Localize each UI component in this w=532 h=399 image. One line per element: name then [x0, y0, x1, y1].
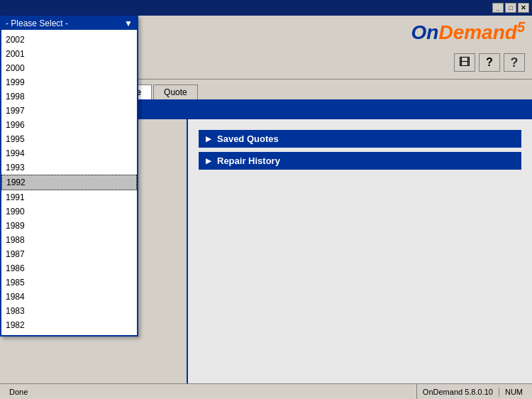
dropdown-item-1992[interactable]: 1992	[1, 175, 137, 190]
repair-history-label: Repair History	[217, 155, 280, 166]
help-question-button[interactable]: ?	[479, 53, 500, 72]
title-bar: _ □ ✕	[0, 0, 532, 16]
saved-quotes-label: Saved Quotes	[217, 133, 279, 144]
title-bar-text	[3, 4, 5, 12]
dropdown-item-1985[interactable]: 1985	[1, 275, 137, 290]
help2-icon: ?	[511, 55, 519, 70]
dropdown-item-1991[interactable]: 1991	[1, 190, 137, 204]
dropdown-item-1997[interactable]: 1997	[1, 104, 137, 118]
tab-quote[interactable]: Quote	[153, 84, 198, 99]
dropdown-item-1989[interactable]: 1989	[1, 219, 137, 233]
dropdown-header-label: - Please Select -	[6, 18, 68, 28]
status-done-text: Done	[9, 388, 28, 396]
toolbar-icons: 🎞 ? ?	[454, 53, 525, 72]
dropdown-item-1998[interactable]: 1998	[1, 89, 137, 104]
saved-quotes-arrow: ▶	[206, 135, 211, 143]
minimize-button[interactable]: _	[492, 3, 504, 13]
status-version-text: OnDemand 5.8.0.10	[423, 388, 493, 396]
logo-area: OnDemand5	[411, 19, 525, 44]
status-right: OnDemand 5.8.0.10 NUM	[417, 388, 528, 396]
dropdown-item-1986[interactable]: 1986	[1, 261, 137, 275]
status-done: Done	[4, 384, 417, 399]
dropdown-item-1990[interactable]: 1990	[1, 204, 137, 219]
dropdown-header: - Please Select - ▼	[1, 17, 137, 30]
dropdown-item-1983[interactable]: 1983	[1, 304, 137, 318]
dropdown-item-2002[interactable]: 2002	[1, 33, 137, 47]
dropdown-header-arrow: ▼	[124, 18, 133, 28]
status-num: NUM	[499, 388, 528, 396]
year-dropdown[interactable]: - Please Select - ▼ 20092008200720062005…	[0, 16, 138, 337]
help2-button[interactable]: ?	[504, 53, 525, 72]
dropdown-item-1987[interactable]: 1987	[1, 247, 137, 261]
repair-history-arrow: ▶	[206, 157, 211, 165]
dropdown-item-1984[interactable]: 1984	[1, 290, 137, 304]
dropdown-item-1996[interactable]: 1996	[1, 118, 137, 132]
saved-quotes-header[interactable]: ▶ Saved Quotes	[199, 130, 521, 148]
close-button[interactable]: ✕	[518, 3, 529, 13]
dropdown-item-2000[interactable]: 2000	[1, 61, 137, 75]
dropdown-item-1982[interactable]: 1982	[1, 318, 137, 332]
help-icon: ?	[486, 56, 493, 69]
title-bar-buttons: _ □ ✕	[492, 3, 529, 13]
dropdown-item-1981[interactable]: 1981	[1, 332, 137, 335]
dropdown-scroll-area[interactable]: 2009200820072006200520042003200220012000…	[1, 30, 137, 335]
dropdown-item-1999[interactable]: 1999	[1, 75, 137, 89]
film-icon-button[interactable]: 🎞	[454, 53, 475, 72]
accordion-saved-quotes: ▶ Saved Quotes	[199, 130, 521, 148]
film-icon: 🎞	[459, 56, 470, 69]
repair-history-header[interactable]: ▶ Repair History	[199, 152, 521, 170]
right-content: ▶ Saved Quotes ▶ Repair History	[188, 119, 532, 383]
accordion-repair-history: ▶ Repair History	[199, 152, 521, 170]
dropdown-item-2001[interactable]: 2001	[1, 47, 137, 61]
dropdown-item-1988[interactable]: 1988	[1, 233, 137, 247]
main-window: OnDemand5 🎞 ? ? tor TSB Maintenance Quot…	[0, 16, 532, 399]
status-bar: Done OnDemand 5.8.0.10 NUM	[0, 383, 532, 399]
logo-text: OnDemand5	[411, 19, 525, 44]
dropdown-item-1994[interactable]: 1994	[1, 146, 137, 160]
status-version: OnDemand 5.8.0.10	[417, 388, 499, 396]
dropdown-item-1993[interactable]: 1993	[1, 160, 137, 175]
dropdown-item-1995[interactable]: 1995	[1, 132, 137, 146]
status-num-text: NUM	[505, 388, 523, 396]
maximize-button[interactable]: □	[505, 3, 516, 13]
